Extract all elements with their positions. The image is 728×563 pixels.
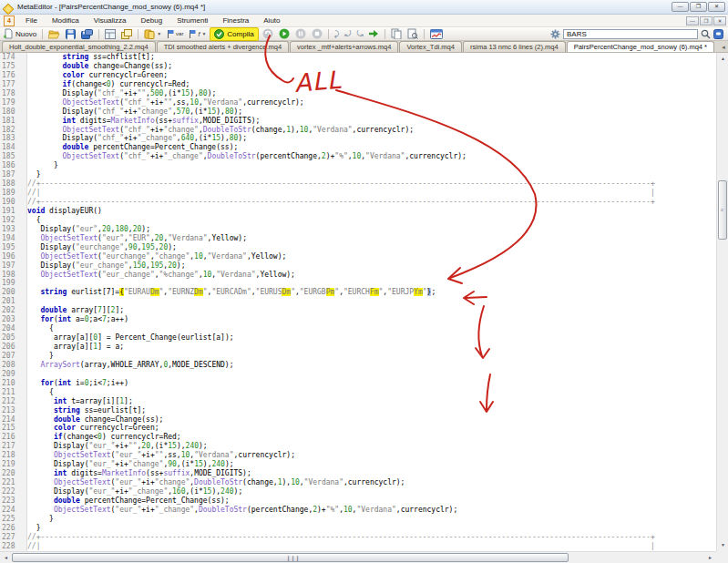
vertical-scrollbar-thumb[interactable]: ≡ [718, 180, 727, 240]
line-number: 225 [0, 515, 27, 524]
line-number: 182 [0, 126, 27, 135]
copy-button[interactable] [389, 28, 404, 40]
code-text: ObjectSetText("eur","EUR",20,"Verdana",Y… [27, 234, 247, 243]
menu-aiuto[interactable]: Aiuto [256, 15, 287, 26]
horizontal-scrollbar-thumb[interactable]: ❙❙❙ [12, 553, 569, 562]
code-line: 224 ObjectSetText("eur_"+i+"_change",Dou… [0, 506, 716, 515]
debug-restart-button[interactable] [261, 28, 275, 40]
code-line: 206 array[a][1] = a; [0, 343, 716, 352]
new-file-button[interactable]: Nuovo [2, 28, 38, 40]
step-over-button[interactable]: ⤾ [343, 28, 354, 40]
line-number: 199 [0, 279, 27, 288]
menu-strumenti[interactable]: Strumenti [169, 15, 215, 26]
menu-bar: 4 FileModificaVisualizzaDebugStrumentiFi… [0, 15, 728, 27]
code-line: 214 double change=Change(ss); [0, 415, 716, 425]
restore-button[interactable]: ❐ [690, 2, 707, 12]
gear-icon[interactable] [550, 29, 560, 39]
close-button[interactable]: ✕ [708, 2, 725, 12]
code-text: string ss=eurlist[t]; [27, 406, 146, 415]
mq4-document-icon: 4 [4, 15, 15, 26]
mdi-minimize-button[interactable]: — [686, 16, 699, 26]
code-line: 180 Display("chf_"+i+"change",570,(i*15)… [0, 107, 716, 117]
function-label: f [198, 31, 200, 37]
document-tab-bar: Holt_double_exponential_smoothing_2.2.mq… [0, 41, 728, 53]
mdi-restore-button[interactable]: ❐ [700, 16, 713, 26]
line-number: 219 [0, 460, 27, 469]
step-out-button[interactable]: ⤿ [355, 28, 366, 40]
code-text: Display("eur_"+i+"change",90,(i*15),240)… [27, 460, 234, 469]
menu-file[interactable]: File [18, 15, 45, 26]
code-text: Display("eurchange",90,195,20); [27, 243, 177, 252]
menu-visualizza[interactable]: Visualizza [87, 15, 134, 26]
save-button[interactable] [64, 28, 77, 40]
watch-var-button[interactable]: var [165, 28, 185, 40]
code-line: 218 ObjectSetText("eur_"+i+"",ss,10,"Ver… [0, 451, 716, 460]
toggle-toolbox-button[interactable] [119, 28, 134, 40]
function-flag-icon [189, 29, 196, 39]
line-number: 222 [0, 487, 27, 496]
step-into-button[interactable]: ⤸ [333, 28, 341, 40]
line-number: 220 [0, 469, 27, 478]
tab-scroll-left-icon[interactable]: ◄ [721, 45, 726, 50]
horizontal-scrollbar[interactable]: ◄ ❙❙❙ ► [0, 551, 716, 563]
mdi-close-button[interactable]: ✕ [713, 16, 726, 26]
document-tab[interactable]: vortex _mtf+alerts+arrows.mq4 [290, 41, 398, 52]
code-text: } [27, 515, 54, 524]
code-text: int digits=MarketInfo(ss+suffix,MODE_DIG… [27, 117, 260, 126]
debug-pause-button[interactable] [293, 28, 308, 40]
preview-button[interactable] [405, 28, 420, 40]
document-tab[interactable]: PairsPercentChange_mod_snowy (6).mq4 * [567, 41, 714, 52]
menu-debug[interactable]: Debug [134, 15, 170, 26]
menu-modifica[interactable]: Modifica [45, 15, 87, 26]
code-line: 197 Display("eur_change",150,195,20); [0, 261, 716, 271]
code-text: ObjectSetText("eur_change","%change",10,… [27, 271, 295, 280]
window-title: MetaEditor - [PairsPercentChange_mod_sno… [17, 3, 205, 11]
compile-button[interactable]: Compila [210, 27, 258, 41]
menu-finestra[interactable]: Finestra [215, 15, 256, 26]
watch-function-button[interactable]: f ▼ [187, 28, 208, 40]
document-tab[interactable]: rsima 13 nmc 6 lines (2).mq4 [463, 41, 566, 52]
toggle-navigator-button[interactable] [103, 28, 118, 40]
separator [328, 29, 329, 39]
help-chat-icon[interactable] [713, 29, 723, 39]
search-icon[interactable] [701, 29, 711, 39]
debug-start-button[interactable] [277, 28, 292, 40]
run-to-cursor-button[interactable] [367, 28, 381, 40]
scroll-left-icon[interactable]: ◄ [0, 552, 12, 563]
save-all-button[interactable] [79, 28, 95, 40]
code-text: color currencyclr=Green; [27, 71, 168, 80]
code-line: 220 int digits=MarketInfo(ss+suffix,MODE… [0, 469, 716, 478]
minimize-button[interactable]: — [672, 2, 689, 12]
code-line: 177 if(change<0) currencyclr=Red; [0, 80, 716, 89]
step-into-icon: ⤸ [334, 29, 339, 39]
chevron-down-icon: ▼ [157, 31, 161, 36]
debug-stop-button[interactable] [310, 28, 324, 40]
vertical-scrollbar[interactable]: ▲ ≡ ▼ [716, 53, 728, 551]
dictionary-button[interactable]: ▼ [142, 28, 163, 40]
open-file-button[interactable] [46, 28, 62, 40]
code-line: 178 Display("chf_"+i+"",500,(i*15),80); [0, 89, 716, 98]
line-number: 190 [0, 198, 27, 207]
code-line: 219 Display("eur_"+i+"change",90,(i*15),… [0, 460, 716, 469]
code-text: double percentChange=Percent_Change(ss); [27, 143, 238, 152]
code-text: //| | [27, 189, 655, 198]
code-line: 192 { [0, 216, 716, 225]
code-text: Display("eur_"+i+"_change",160,(i*15),24… [27, 487, 242, 496]
scroll-right-icon[interactable]: ► [704, 552, 716, 563]
scroll-down-icon[interactable]: ▼ [717, 539, 728, 551]
save-icon [66, 29, 76, 39]
open-terminal-button[interactable] [428, 28, 445, 40]
line-number: 186 [0, 161, 27, 170]
compile-check-icon [214, 29, 224, 39]
document-tab[interactable]: TDI smoothed alerts + divergence.mq4 [157, 41, 289, 52]
document-tab[interactable]: Vortex_Tdi.mq4 [399, 41, 462, 52]
code-editor[interactable]: 174 string ss=chflist[t];175 double chan… [0, 53, 716, 551]
code-line: 221 ObjectSetText("eur_"+i+"change",Doub… [0, 478, 716, 487]
search-input[interactable] [563, 29, 698, 39]
document-tab[interactable]: Holt_double_exponential_smoothing_2.2.mq… [2, 41, 156, 52]
code-text: if(change<0) currencyclr=Red; [27, 433, 181, 442]
line-number: 194 [0, 234, 27, 243]
scroll-up-icon[interactable]: ▲ [717, 53, 728, 65]
code-line: 209 [0, 370, 716, 379]
line-number: 214 [0, 415, 27, 425]
